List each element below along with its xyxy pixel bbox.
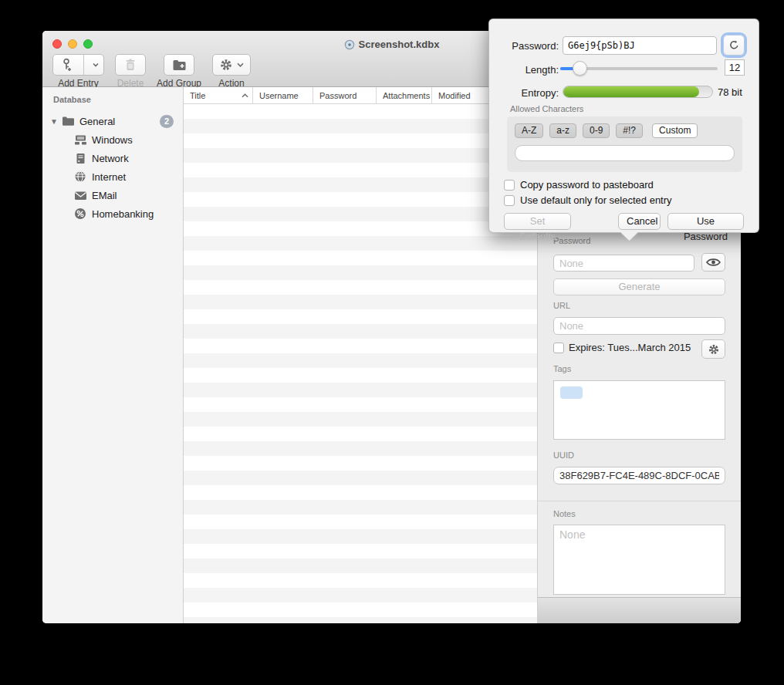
window-title: Screenshot.kdbx: [359, 39, 440, 50]
column-header-username[interactable]: Username: [253, 87, 313, 103]
disclosure-triangle-icon[interactable]: ▼: [47, 117, 61, 126]
generated-password-field[interactable]: [563, 36, 717, 55]
entropy-fill: [563, 86, 699, 97]
key-plus-icon: [53, 55, 79, 75]
sidebar-section-header: Database: [42, 95, 183, 112]
entry-table: Title Username Password Attachments Modi…: [184, 87, 537, 623]
sidebar-item-email[interactable]: EMail: [42, 186, 183, 204]
sidebar-item-label: EMail: [92, 190, 117, 201]
allowed-characters-label: Allowed Characters: [510, 104, 583, 113]
sidebar: Database ▼ General 2 Windows Networ: [42, 87, 184, 623]
windows-icon: [73, 133, 87, 146]
homebanking-icon: [73, 208, 87, 220]
expires-checkbox-row[interactable]: Expires: Tues...March 2015: [553, 342, 691, 353]
folder-plus-icon: [172, 59, 187, 71]
column-label: Title: [190, 91, 205, 100]
sidebar-group-label: General: [79, 116, 115, 127]
expires-checkbox[interactable]: [553, 342, 564, 353]
sort-ascending-icon: [242, 93, 248, 98]
segment-lowercase[interactable]: a-z: [549, 123, 576, 138]
gear-icon: [708, 343, 720, 356]
column-header-password[interactable]: Password: [313, 87, 377, 103]
set-defaults-button[interactable]: Set Defaults: [504, 213, 571, 230]
segment-digits[interactable]: 0-9: [583, 123, 610, 138]
trash-icon: [124, 58, 137, 72]
sidebar-item-label: Network: [92, 153, 129, 164]
use-default-label: Use default only for selected entry: [520, 194, 672, 206]
dropdown-arrow-icon[interactable]: [88, 55, 103, 75]
password-field[interactable]: [553, 255, 694, 272]
sidebar-item-label: Homebanking: [92, 208, 154, 220]
use-password-button[interactable]: Use Password: [667, 213, 744, 230]
generate-button[interactable]: Generate: [553, 278, 725, 295]
copy-password-checkbox[interactable]: [504, 180, 515, 191]
internet-icon: [73, 170, 87, 183]
character-class-segments: A-Z a-z 0-9 #!? Custom: [515, 123, 698, 138]
password-generator-popover: Password: Length: 12 Entropy: 78 bit All…: [488, 19, 759, 233]
entropy-value: 78 bit: [718, 86, 742, 98]
section-divider: [538, 501, 741, 501]
uuid-field[interactable]: [553, 467, 725, 484]
segment-custom[interactable]: Custom: [652, 123, 698, 138]
column-label: Modified: [438, 91, 471, 100]
sidebar-group-general[interactable]: ▼ General 2: [42, 112, 183, 130]
email-icon: [73, 189, 87, 201]
column-label: Password: [319, 91, 357, 100]
notes-field[interactable]: None: [553, 525, 725, 595]
tags-field[interactable]: [553, 380, 725, 440]
table-body[interactable]: [184, 104, 537, 623]
segment-symbols[interactable]: #!?: [616, 123, 643, 138]
column-header-attachments[interactable]: Attachments: [377, 87, 432, 103]
refresh-icon: [729, 40, 739, 50]
use-default-checkbox[interactable]: [504, 195, 515, 206]
use-default-row[interactable]: Use default only for selected entry: [504, 194, 672, 206]
table-header: Title Username Password Attachments Modi…: [184, 87, 537, 104]
length-slider-thumb[interactable]: [573, 61, 587, 76]
allowed-characters-group: A-Z a-z 0-9 #!? Custom: [507, 116, 742, 172]
copy-password-row[interactable]: Copy password to pasteboard: [504, 179, 654, 191]
gear-icon: [219, 58, 233, 72]
segment-uppercase[interactable]: A-Z: [515, 123, 543, 138]
column-label: Attachments: [383, 91, 430, 100]
uuid-section-label: UUID: [553, 450, 574, 460]
add-entry-button[interactable]: [52, 54, 104, 76]
action-button[interactable]: [212, 54, 251, 76]
add-group-button[interactable]: [164, 54, 194, 76]
reveal-password-button[interactable]: [701, 253, 725, 272]
regenerate-button[interactable]: [723, 35, 745, 56]
sidebar-item-windows[interactable]: Windows: [42, 130, 183, 149]
password-section-label: Password: [553, 236, 590, 245]
copy-password-label: Copy password to pasteboard: [520, 179, 654, 191]
expires-settings-button[interactable]: [701, 339, 725, 359]
sidebar-item-label: Windows: [92, 134, 133, 146]
delete-button[interactable]: [115, 54, 146, 76]
expires-label: Expires: Tues...March 2015: [569, 342, 691, 353]
column-label: Username: [259, 91, 299, 100]
toolbar: Add Entry Delete Add Group: [52, 54, 251, 89]
segment-divider: [83, 55, 84, 75]
custom-characters-field[interactable]: [515, 145, 735, 161]
document-icon: [344, 39, 355, 50]
popover-password-label: Password:: [489, 40, 559, 52]
cancel-button[interactable]: Cancel: [618, 213, 661, 230]
folder-icon: [61, 115, 75, 127]
sidebar-item-label: Internet: [92, 171, 126, 183]
notes-section-label: Notes: [553, 509, 576, 518]
eye-icon: [706, 258, 721, 267]
length-slider[interactable]: [560, 67, 718, 70]
tags-section-label: Tags: [553, 364, 571, 373]
url-field[interactable]: [553, 317, 725, 335]
entropy-bar: [563, 86, 713, 98]
network-icon: [73, 152, 87, 164]
length-value-field[interactable]: 12: [725, 59, 745, 76]
sidebar-item-homebanking[interactable]: Homebanking: [42, 204, 183, 223]
url-section-label: URL: [553, 301, 570, 310]
entry-count-badge: 2: [160, 115, 174, 128]
column-header-title[interactable]: Title: [184, 87, 253, 103]
sidebar-item-internet[interactable]: Internet: [42, 167, 183, 186]
tag-token[interactable]: [560, 386, 583, 399]
entropy-label: Entropy:: [489, 87, 559, 99]
length-label: Length:: [489, 64, 559, 76]
sidebar-item-network[interactable]: Network: [42, 149, 183, 167]
chevron-down-icon: [237, 62, 244, 67]
